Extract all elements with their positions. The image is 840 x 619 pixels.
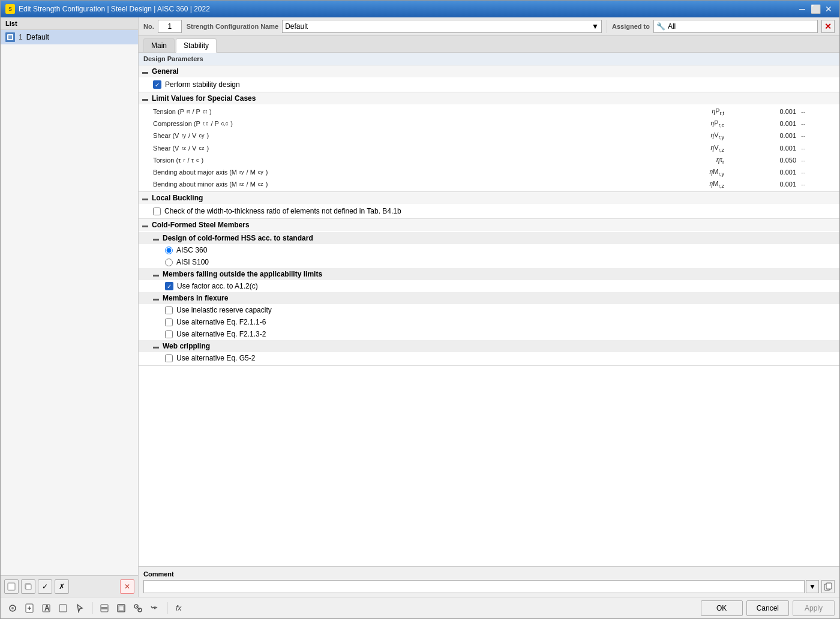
toolbar-select-button[interactable] (73, 601, 87, 615)
reject-button[interactable]: ✗ (55, 579, 69, 594)
comment-copy-button[interactable] (821, 580, 835, 593)
use-factor-check[interactable]: ✓ (165, 282, 173, 290)
list-item[interactable]: 1 Default (1, 30, 138, 44)
inelastic-reserve-label: Use inelastic reserve capacity (176, 306, 272, 314)
accept-button[interactable]: ✓ (38, 579, 52, 594)
toolbar-frame-button[interactable] (114, 601, 128, 615)
alt-eq-f213-check[interactable] (165, 330, 173, 338)
assigned-clear-button[interactable]: ✕ (821, 20, 835, 33)
toolbar-undo-button[interactable] (148, 601, 162, 615)
svg-rect-14 (59, 605, 67, 612)
compression-label: Compression (Pr,c / Pc,c) (153, 120, 657, 127)
toolbar-calc-button[interactable]: fx (172, 601, 187, 615)
toolbar-cursor-button[interactable] (5, 601, 20, 615)
config-name-dropdown[interactable]: Default ▼ (282, 20, 602, 33)
toolbar-node-button[interactable] (56, 601, 70, 615)
local-buckling-section: ▬ Local Buckling Check of the width-to-t… (139, 192, 839, 219)
copy-item-button[interactable] (21, 579, 35, 594)
svg-text:A: A (44, 604, 50, 612)
alt-eq-g52-label: Use alternative Eq. G5-2 (176, 354, 255, 362)
torsion-value: 0.050 (729, 157, 801, 164)
config-number-input[interactable] (158, 20, 182, 33)
general-section-header[interactable]: ▬ General (139, 65, 839, 77)
torsion-symbol: ητr (657, 155, 729, 165)
close-button[interactable]: ✕ (823, 3, 835, 15)
tension-symbol: ηPr,t (657, 107, 729, 116)
bending-minor-unit: -- (801, 181, 825, 188)
local-buckling-header[interactable]: ▬ Local Buckling (139, 192, 839, 204)
limit-values-content: Tension (Prt / Pct) ηPr,t 0.001 -- Compr… (139, 104, 839, 191)
tab-main[interactable]: Main (143, 38, 175, 52)
compression-symbol: ηPr,c (657, 119, 729, 128)
shear-ry-unit: -- (801, 132, 825, 139)
torsion-row: Torsion (τr / τc) ητr 0.050 -- (139, 154, 839, 166)
web-crippling-expand-icon: ▬ (153, 343, 160, 350)
use-factor-label: Use factor acc. to A1.2(c) (177, 282, 258, 290)
tension-row: Tension (Prt / Pct) ηPr,t 0.001 -- (139, 106, 839, 118)
inelastic-reserve-check[interactable] (165, 307, 173, 314)
perform-stability-row: ✓ Perform stability design (139, 79, 839, 91)
alt-eq-f213-label: Use alternative Eq. F2.1.3-2 (176, 330, 266, 338)
list-header: List (1, 17, 138, 30)
aisc360-radio[interactable] (165, 247, 173, 254)
local-buckling-label: Local Buckling (152, 194, 203, 202)
design-hss-header[interactable]: ▬ Design of cold-formed HSS acc. to stan… (139, 232, 839, 244)
tension-value: 0.001 (729, 108, 801, 115)
members-falling-header[interactable]: ▬ Members falling outside the applicabil… (139, 268, 839, 280)
width-thickness-check[interactable] (153, 208, 161, 215)
compression-row: Compression (Pr,c / Pc,c) ηPr,c 0.001 -- (139, 118, 839, 130)
left-panel-footer: ✓ ✗ ✕ (1, 575, 138, 597)
tab-stability-label: Stability (184, 41, 209, 50)
use-factor-row: ✓ Use factor acc. to A1.2(c) (139, 280, 839, 292)
cold-formed-section: ▬ Cold-Formed Steel Members ▬ Design of … (139, 219, 839, 366)
toolbar-text-button[interactable]: A (39, 601, 53, 615)
config-name-section: Strength Configuration Name Default ▼ (187, 20, 602, 33)
apply-button[interactable]: Apply (793, 600, 835, 616)
cold-formed-expand-icon: ▬ (142, 222, 149, 229)
comment-input-row: ▼ (143, 580, 835, 593)
ok-button[interactable]: OK (701, 600, 743, 616)
minimize-button[interactable]: ─ (796, 3, 808, 15)
toolbar-new-button[interactable] (22, 601, 37, 615)
aisc360-row: AISC 360 (139, 244, 839, 256)
cold-formed-header[interactable]: ▬ Cold-Formed Steel Members (139, 219, 839, 231)
list-item-number: 1 (19, 33, 23, 41)
aisi100-radio[interactable] (165, 259, 173, 266)
content-area: Design Parameters ▬ General ✓ Perform st… (139, 53, 839, 566)
limit-values-label: Limit Values for Special Cases (152, 94, 256, 103)
comment-dropdown-button[interactable]: ▼ (806, 580, 819, 593)
toolbar-copy-button[interactable] (131, 601, 145, 615)
delete-button[interactable]: ✕ (120, 579, 134, 594)
svg-rect-6 (26, 584, 31, 590)
tab-stability[interactable]: Stability (176, 38, 217, 53)
compression-value: 0.001 (729, 120, 801, 127)
add-item-button[interactable] (4, 579, 19, 594)
list-item-name: Default (26, 33, 49, 41)
dropdown-arrow-icon: ▼ (592, 22, 599, 31)
cancel-button[interactable]: Cancel (746, 600, 789, 616)
comment-input[interactable] (143, 580, 805, 593)
torsion-unit: -- (801, 157, 825, 164)
alt-eq-f211-check[interactable] (165, 318, 173, 326)
maximize-button[interactable]: ⬜ (809, 3, 821, 15)
members-falling-expand-icon: ▬ (153, 271, 160, 278)
members-flexure-header[interactable]: ▬ Members in flexure (139, 292, 839, 304)
local-buckling-expand-icon: ▬ (142, 195, 149, 202)
alt-eq-g52-check[interactable] (165, 354, 173, 362)
bending-major-value: 0.001 (729, 169, 801, 176)
general-content: ✓ Perform stability design (139, 77, 839, 92)
tension-unit: -- (801, 108, 825, 115)
config-header: No. Strength Configuration Name Default … (139, 17, 839, 36)
toolbar-beam-button[interactable] (97, 601, 112, 615)
shear-rz-value: 0.001 (729, 145, 801, 152)
web-crippling-header[interactable]: ▬ Web crippling (139, 340, 839, 352)
main-content: List 1 Default ✓ ✗ (1, 17, 839, 597)
empty-space (139, 366, 839, 486)
design-hss-expand-icon: ▬ (153, 235, 160, 242)
name-label: Strength Configuration Name (187, 23, 278, 30)
toolbar-left: A fx (5, 601, 187, 615)
title-bar: S Edit Strength Configuration | Steel De… (1, 1, 839, 17)
limit-values-header[interactable]: ▬ Limit Values for Special Cases (139, 92, 839, 104)
perform-stability-check[interactable]: ✓ (153, 80, 161, 89)
title-bar-controls: ─ ⬜ ✕ (796, 3, 835, 15)
